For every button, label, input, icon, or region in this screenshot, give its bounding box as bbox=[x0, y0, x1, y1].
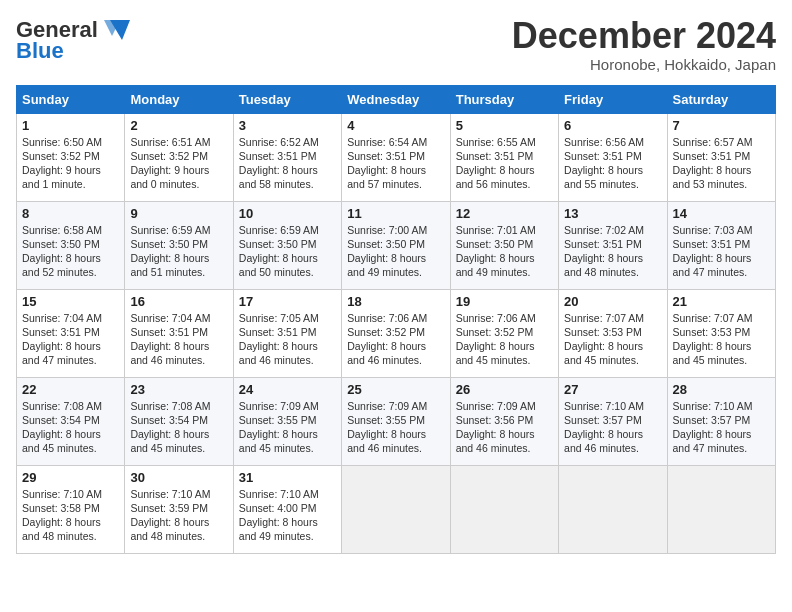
calendar-day-14: 14Sunrise: 7:03 AM Sunset: 3:51 PM Dayli… bbox=[667, 201, 775, 289]
calendar-day-24: 24Sunrise: 7:09 AM Sunset: 3:55 PM Dayli… bbox=[233, 377, 341, 465]
day-number: 20 bbox=[564, 294, 661, 309]
calendar-day-19: 19Sunrise: 7:06 AM Sunset: 3:52 PM Dayli… bbox=[450, 289, 558, 377]
calendar-day-1: 1Sunrise: 6:50 AM Sunset: 3:52 PM Daylig… bbox=[17, 113, 125, 201]
day-info: Sunrise: 6:52 AM Sunset: 3:51 PM Dayligh… bbox=[239, 135, 336, 192]
empty-cell bbox=[450, 465, 558, 553]
calendar-day-25: 25Sunrise: 7:09 AM Sunset: 3:55 PM Dayli… bbox=[342, 377, 450, 465]
day-info: Sunrise: 7:09 AM Sunset: 3:56 PM Dayligh… bbox=[456, 399, 553, 456]
calendar-day-3: 3Sunrise: 6:52 AM Sunset: 3:51 PM Daylig… bbox=[233, 113, 341, 201]
day-info: Sunrise: 6:50 AM Sunset: 3:52 PM Dayligh… bbox=[22, 135, 119, 192]
calendar-day-21: 21Sunrise: 7:07 AM Sunset: 3:53 PM Dayli… bbox=[667, 289, 775, 377]
calendar-day-13: 13Sunrise: 7:02 AM Sunset: 3:51 PM Dayli… bbox=[559, 201, 667, 289]
day-info: Sunrise: 7:02 AM Sunset: 3:51 PM Dayligh… bbox=[564, 223, 661, 280]
day-number: 10 bbox=[239, 206, 336, 221]
calendar-day-17: 17Sunrise: 7:05 AM Sunset: 3:51 PM Dayli… bbox=[233, 289, 341, 377]
day-header-monday: Monday bbox=[125, 85, 233, 113]
calendar-table: SundayMondayTuesdayWednesdayThursdayFrid… bbox=[16, 85, 776, 554]
day-number: 17 bbox=[239, 294, 336, 309]
day-info: Sunrise: 6:57 AM Sunset: 3:51 PM Dayligh… bbox=[673, 135, 770, 192]
day-info: Sunrise: 6:55 AM Sunset: 3:51 PM Dayligh… bbox=[456, 135, 553, 192]
day-number: 12 bbox=[456, 206, 553, 221]
day-number: 31 bbox=[239, 470, 336, 485]
calendar-day-6: 6Sunrise: 6:56 AM Sunset: 3:51 PM Daylig… bbox=[559, 113, 667, 201]
day-number: 2 bbox=[130, 118, 227, 133]
day-number: 26 bbox=[456, 382, 553, 397]
day-number: 14 bbox=[673, 206, 770, 221]
day-info: Sunrise: 7:10 AM Sunset: 3:57 PM Dayligh… bbox=[564, 399, 661, 456]
day-info: Sunrise: 6:59 AM Sunset: 3:50 PM Dayligh… bbox=[130, 223, 227, 280]
location: Horonobe, Hokkaido, Japan bbox=[512, 56, 776, 73]
day-number: 4 bbox=[347, 118, 444, 133]
day-number: 23 bbox=[130, 382, 227, 397]
day-info: Sunrise: 7:09 AM Sunset: 3:55 PM Dayligh… bbox=[239, 399, 336, 456]
day-info: Sunrise: 6:56 AM Sunset: 3:51 PM Dayligh… bbox=[564, 135, 661, 192]
day-info: Sunrise: 6:51 AM Sunset: 3:52 PM Dayligh… bbox=[130, 135, 227, 192]
calendar-day-4: 4Sunrise: 6:54 AM Sunset: 3:51 PM Daylig… bbox=[342, 113, 450, 201]
calendar-day-11: 11Sunrise: 7:00 AM Sunset: 3:50 PM Dayli… bbox=[342, 201, 450, 289]
calendar-day-16: 16Sunrise: 7:04 AM Sunset: 3:51 PM Dayli… bbox=[125, 289, 233, 377]
calendar-header-row: SundayMondayTuesdayWednesdayThursdayFrid… bbox=[17, 85, 776, 113]
day-number: 29 bbox=[22, 470, 119, 485]
day-number: 28 bbox=[673, 382, 770, 397]
day-info: Sunrise: 7:01 AM Sunset: 3:50 PM Dayligh… bbox=[456, 223, 553, 280]
calendar-day-31: 31Sunrise: 7:10 AM Sunset: 4:00 PM Dayli… bbox=[233, 465, 341, 553]
day-info: Sunrise: 6:58 AM Sunset: 3:50 PM Dayligh… bbox=[22, 223, 119, 280]
title-block: December 2024 Horonobe, Hokkaido, Japan bbox=[512, 16, 776, 73]
day-info: Sunrise: 7:10 AM Sunset: 3:59 PM Dayligh… bbox=[130, 487, 227, 544]
day-number: 22 bbox=[22, 382, 119, 397]
day-info: Sunrise: 7:07 AM Sunset: 3:53 PM Dayligh… bbox=[564, 311, 661, 368]
day-info: Sunrise: 7:10 AM Sunset: 3:58 PM Dayligh… bbox=[22, 487, 119, 544]
day-info: Sunrise: 7:05 AM Sunset: 3:51 PM Dayligh… bbox=[239, 311, 336, 368]
day-info: Sunrise: 7:06 AM Sunset: 3:52 PM Dayligh… bbox=[347, 311, 444, 368]
calendar-day-29: 29Sunrise: 7:10 AM Sunset: 3:58 PM Dayli… bbox=[17, 465, 125, 553]
day-number: 9 bbox=[130, 206, 227, 221]
calendar-day-7: 7Sunrise: 6:57 AM Sunset: 3:51 PM Daylig… bbox=[667, 113, 775, 201]
day-info: Sunrise: 7:08 AM Sunset: 3:54 PM Dayligh… bbox=[130, 399, 227, 456]
day-number: 7 bbox=[673, 118, 770, 133]
day-number: 5 bbox=[456, 118, 553, 133]
day-number: 1 bbox=[22, 118, 119, 133]
day-number: 19 bbox=[456, 294, 553, 309]
day-info: Sunrise: 7:03 AM Sunset: 3:51 PM Dayligh… bbox=[673, 223, 770, 280]
day-header-friday: Friday bbox=[559, 85, 667, 113]
calendar-day-23: 23Sunrise: 7:08 AM Sunset: 3:54 PM Dayli… bbox=[125, 377, 233, 465]
calendar-day-20: 20Sunrise: 7:07 AM Sunset: 3:53 PM Dayli… bbox=[559, 289, 667, 377]
calendar-week-1: 1Sunrise: 6:50 AM Sunset: 3:52 PM Daylig… bbox=[17, 113, 776, 201]
calendar-day-30: 30Sunrise: 7:10 AM Sunset: 3:59 PM Dayli… bbox=[125, 465, 233, 553]
day-number: 6 bbox=[564, 118, 661, 133]
calendar-week-5: 29Sunrise: 7:10 AM Sunset: 3:58 PM Dayli… bbox=[17, 465, 776, 553]
day-header-sunday: Sunday bbox=[17, 85, 125, 113]
day-info: Sunrise: 7:08 AM Sunset: 3:54 PM Dayligh… bbox=[22, 399, 119, 456]
day-info: Sunrise: 7:06 AM Sunset: 3:52 PM Dayligh… bbox=[456, 311, 553, 368]
calendar-day-9: 9Sunrise: 6:59 AM Sunset: 3:50 PM Daylig… bbox=[125, 201, 233, 289]
day-info: Sunrise: 7:07 AM Sunset: 3:53 PM Dayligh… bbox=[673, 311, 770, 368]
day-info: Sunrise: 7:00 AM Sunset: 3:50 PM Dayligh… bbox=[347, 223, 444, 280]
day-number: 16 bbox=[130, 294, 227, 309]
empty-cell bbox=[667, 465, 775, 553]
day-number: 13 bbox=[564, 206, 661, 221]
day-number: 11 bbox=[347, 206, 444, 221]
day-number: 15 bbox=[22, 294, 119, 309]
day-info: Sunrise: 7:04 AM Sunset: 3:51 PM Dayligh… bbox=[22, 311, 119, 368]
day-number: 8 bbox=[22, 206, 119, 221]
day-header-wednesday: Wednesday bbox=[342, 85, 450, 113]
day-info: Sunrise: 6:54 AM Sunset: 3:51 PM Dayligh… bbox=[347, 135, 444, 192]
calendar-day-28: 28Sunrise: 7:10 AM Sunset: 3:57 PM Dayli… bbox=[667, 377, 775, 465]
day-header-saturday: Saturday bbox=[667, 85, 775, 113]
day-info: Sunrise: 7:10 AM Sunset: 3:57 PM Dayligh… bbox=[673, 399, 770, 456]
day-number: 24 bbox=[239, 382, 336, 397]
logo: General Blue bbox=[16, 16, 132, 64]
calendar-day-12: 12Sunrise: 7:01 AM Sunset: 3:50 PM Dayli… bbox=[450, 201, 558, 289]
day-number: 27 bbox=[564, 382, 661, 397]
day-number: 25 bbox=[347, 382, 444, 397]
calendar-week-2: 8Sunrise: 6:58 AM Sunset: 3:50 PM Daylig… bbox=[17, 201, 776, 289]
calendar-day-15: 15Sunrise: 7:04 AM Sunset: 3:51 PM Dayli… bbox=[17, 289, 125, 377]
day-info: Sunrise: 7:04 AM Sunset: 3:51 PM Dayligh… bbox=[130, 311, 227, 368]
calendar-day-18: 18Sunrise: 7:06 AM Sunset: 3:52 PM Dayli… bbox=[342, 289, 450, 377]
calendar-week-4: 22Sunrise: 7:08 AM Sunset: 3:54 PM Dayli… bbox=[17, 377, 776, 465]
day-number: 30 bbox=[130, 470, 227, 485]
calendar-day-8: 8Sunrise: 6:58 AM Sunset: 3:50 PM Daylig… bbox=[17, 201, 125, 289]
day-info: Sunrise: 6:59 AM Sunset: 3:50 PM Dayligh… bbox=[239, 223, 336, 280]
day-info: Sunrise: 7:10 AM Sunset: 4:00 PM Dayligh… bbox=[239, 487, 336, 544]
empty-cell bbox=[559, 465, 667, 553]
